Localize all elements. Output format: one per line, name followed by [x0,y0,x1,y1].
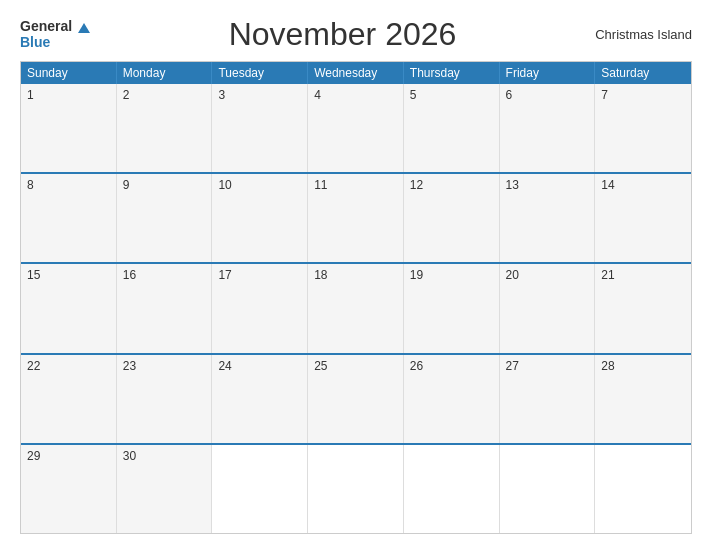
day-cell-4-6 [595,445,691,533]
logo-general-text: General [20,18,72,34]
day-number: 16 [123,268,136,282]
day-cell-4-1: 30 [117,445,213,533]
day-number: 4 [314,88,321,102]
day-number: 29 [27,449,40,463]
day-cell-2-6: 21 [595,264,691,352]
day-number: 24 [218,359,231,373]
day-number: 20 [506,268,519,282]
week-row-1: 1234567 [21,84,691,172]
logo-line1: General [20,19,90,34]
day-number: 30 [123,449,136,463]
day-number: 22 [27,359,40,373]
day-number: 5 [410,88,417,102]
day-cell-4-4 [404,445,500,533]
day-cell-4-5 [500,445,596,533]
day-number: 26 [410,359,423,373]
day-number: 1 [27,88,34,102]
day-number: 19 [410,268,423,282]
day-cell-3-1: 23 [117,355,213,443]
day-cell-1-5: 13 [500,174,596,262]
calendar: Sunday Monday Tuesday Wednesday Thursday… [20,61,692,534]
week-row-5: 2930 [21,443,691,533]
header-wednesday: Wednesday [308,62,404,84]
day-cell-1-2: 10 [212,174,308,262]
weeks-container: 1234567891011121314151617181920212223242… [21,84,691,533]
day-cell-0-5: 6 [500,84,596,172]
logo-triangle-icon [78,23,90,33]
week-row-2: 891011121314 [21,172,691,262]
day-cell-4-0: 29 [21,445,117,533]
day-cell-0-0: 1 [21,84,117,172]
day-cell-3-3: 25 [308,355,404,443]
day-number: 25 [314,359,327,373]
day-cell-3-0: 22 [21,355,117,443]
day-cell-0-4: 5 [404,84,500,172]
day-number: 27 [506,359,519,373]
page: General Blue November 2026 Christmas Isl… [0,0,712,550]
day-cell-0-2: 3 [212,84,308,172]
day-cell-1-6: 14 [595,174,691,262]
week-row-3: 15161718192021 [21,262,691,352]
day-cell-2-3: 18 [308,264,404,352]
day-number: 11 [314,178,327,192]
day-number: 10 [218,178,231,192]
day-cell-2-1: 16 [117,264,213,352]
day-number: 28 [601,359,614,373]
day-cell-3-2: 24 [212,355,308,443]
day-cell-1-0: 8 [21,174,117,262]
header-monday: Monday [117,62,213,84]
day-cell-1-3: 11 [308,174,404,262]
day-cell-2-5: 20 [500,264,596,352]
day-headers: Sunday Monday Tuesday Wednesday Thursday… [21,62,691,84]
logo: General Blue [20,19,90,50]
day-cell-1-1: 9 [117,174,213,262]
day-number: 23 [123,359,136,373]
day-number: 21 [601,268,614,282]
day-number: 8 [27,178,34,192]
header-sunday: Sunday [21,62,117,84]
day-cell-2-4: 19 [404,264,500,352]
header-saturday: Saturday [595,62,691,84]
day-number: 17 [218,268,231,282]
day-number: 12 [410,178,423,192]
day-number: 7 [601,88,608,102]
header-thursday: Thursday [404,62,500,84]
calendar-title: November 2026 [90,16,595,53]
day-number: 14 [601,178,614,192]
day-number: 6 [506,88,513,102]
day-cell-4-2 [212,445,308,533]
day-number: 18 [314,268,327,282]
header-tuesday: Tuesday [212,62,308,84]
day-number: 15 [27,268,40,282]
day-cell-2-0: 15 [21,264,117,352]
header: General Blue November 2026 Christmas Isl… [20,16,692,53]
day-cell-0-6: 7 [595,84,691,172]
day-cell-4-3 [308,445,404,533]
day-cell-3-6: 28 [595,355,691,443]
week-row-4: 22232425262728 [21,353,691,443]
header-friday: Friday [500,62,596,84]
day-number: 13 [506,178,519,192]
day-cell-2-2: 17 [212,264,308,352]
day-number: 3 [218,88,225,102]
logo-blue-text: Blue [20,35,90,50]
region-label: Christmas Island [595,27,692,42]
day-cell-3-5: 27 [500,355,596,443]
day-number: 9 [123,178,130,192]
day-cell-0-3: 4 [308,84,404,172]
day-cell-3-4: 26 [404,355,500,443]
day-cell-0-1: 2 [117,84,213,172]
day-number: 2 [123,88,130,102]
day-cell-1-4: 12 [404,174,500,262]
